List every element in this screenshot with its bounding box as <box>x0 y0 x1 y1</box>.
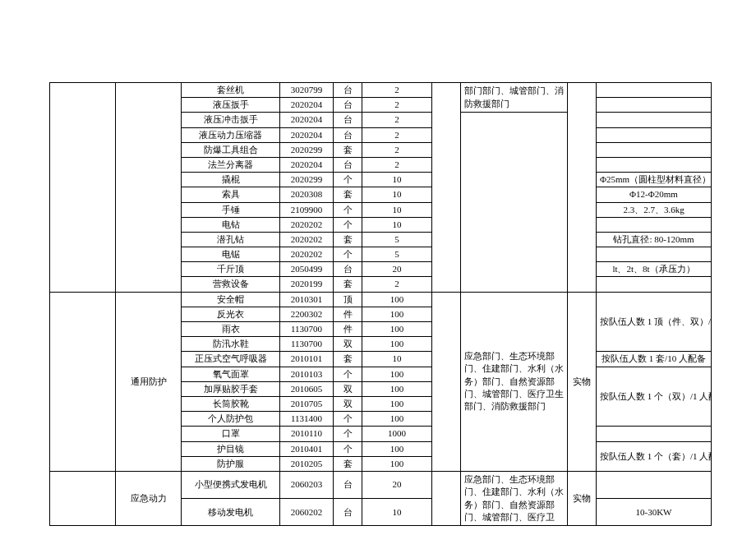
item-remark: 2.3、2.7、3.6kg <box>597 202 712 217</box>
item-name: 套丝机 <box>182 83 280 98</box>
item-unit: 套 <box>334 456 362 471</box>
item-code: 2200302 <box>280 307 334 321</box>
item-code: 2010205 <box>280 456 334 471</box>
item-name: 反光衣 <box>182 307 280 321</box>
item-code: 2020202 <box>280 247 334 262</box>
item-code: 2020299 <box>280 142 334 157</box>
item-name: 小型便携式发电机 <box>182 471 280 498</box>
item-code: 2020308 <box>280 187 334 202</box>
item-qty: 100 <box>362 396 432 411</box>
form-cell: 实物 <box>568 292 597 471</box>
item-unit: 个 <box>334 247 362 262</box>
item-code: 2060202 <box>280 499 334 526</box>
item-code: 2010401 <box>280 441 334 456</box>
dept-cell: 部门部门、城管部门、消防救援部门 <box>461 83 568 113</box>
item-name: 液压动力压缩器 <box>182 127 280 142</box>
item-remark: 按队伍人数 1 个（套）/1 人配备 <box>597 441 712 471</box>
item-unit: 台 <box>334 471 362 498</box>
item-remark: Φ12-Φ20mm <box>597 187 712 202</box>
item-remark: 按队伍人数 1 套/10 人配备 <box>597 352 712 367</box>
item-name: 防护服 <box>182 456 280 471</box>
item-remark <box>597 217 712 232</box>
item-code: 2020202 <box>280 232 334 247</box>
dept-cell: 应急部门、生态环境部门、住建部门、水利（水务）部门、自然资源部门、城管部门、医疗… <box>461 292 568 471</box>
item-unit: 个 <box>334 202 362 217</box>
item-qty: 10 <box>362 217 432 232</box>
item-unit: 台 <box>334 262 362 277</box>
item-qty: 5 <box>362 247 432 262</box>
item-name: 长筒胶靴 <box>182 396 280 411</box>
item-remark <box>597 113 712 127</box>
item-name: 防爆工具组合 <box>182 142 280 157</box>
item-name: 氧气面罩 <box>182 367 280 381</box>
dept-cont <box>461 113 568 292</box>
item-unit: 套 <box>334 187 362 202</box>
item-name: 雨衣 <box>182 322 280 337</box>
item-unit: 个 <box>334 427 362 441</box>
item-unit: 台 <box>334 113 362 127</box>
item-unit: 个 <box>334 412 362 427</box>
item-name: 索具 <box>182 187 280 202</box>
item-unit: 台 <box>334 83 362 98</box>
item-code: 2020199 <box>280 277 334 292</box>
item-name: 液压冲击扳手 <box>182 113 280 127</box>
item-code: 2010605 <box>280 381 334 396</box>
item-unit: 顶 <box>334 292 362 307</box>
item-unit: 台 <box>334 127 362 142</box>
item-remark <box>597 247 712 262</box>
item-code: 2010101 <box>280 352 334 367</box>
table-row: 通用防护安全帽2010301顶100应急部门、生态环境部门、住建部门、水利（水务… <box>50 292 712 307</box>
item-name: 移动发电机 <box>182 499 280 526</box>
item-qty: 10 <box>362 202 432 217</box>
dept-cell: 应急部门、生态环境部门、住建部门、水利（水务）部门、自然资源部门、城管部门、医疗… <box>461 471 568 526</box>
item-qty: 100 <box>362 456 432 471</box>
blank-col <box>568 83 597 293</box>
item-name: 正压式空气呼吸器 <box>182 352 280 367</box>
cat-col-a <box>50 83 116 293</box>
cat-col-b <box>116 83 182 293</box>
item-unit: 双 <box>334 381 362 396</box>
item-remark <box>597 83 712 98</box>
item-code: 2020204 <box>280 157 334 172</box>
item-remark: 10-30KW <box>597 499 712 526</box>
item-name: 电锯 <box>182 247 280 262</box>
item-qty: 10 <box>362 499 432 526</box>
item-qty: 10 <box>362 173 432 187</box>
item-unit: 个 <box>334 173 362 187</box>
item-name: 防汛水鞋 <box>182 337 280 352</box>
cat-col-a <box>50 471 116 526</box>
item-qty: 100 <box>362 322 432 337</box>
item-remark: 按队伍人数 1 个（双）/1 人配备 <box>597 367 712 427</box>
item-qty: 2 <box>362 98 432 113</box>
item-unit: 个 <box>334 441 362 456</box>
item-name: 法兰分离器 <box>182 157 280 172</box>
item-code: 3020799 <box>280 83 334 98</box>
item-unit: 套 <box>334 232 362 247</box>
cat-col-a <box>50 292 116 471</box>
item-code: 2010110 <box>280 427 334 441</box>
item-code: 1130700 <box>280 337 334 352</box>
item-unit: 套 <box>334 277 362 292</box>
item-remark <box>597 98 712 113</box>
item-qty: 1000 <box>362 427 432 441</box>
item-unit: 台 <box>334 499 362 526</box>
item-qty: 2 <box>362 142 432 157</box>
item-code: 2050499 <box>280 262 334 277</box>
item-qty: 2 <box>362 277 432 292</box>
item-qty: 100 <box>362 337 432 352</box>
item-name: 潜孔钻 <box>182 232 280 247</box>
blank-col <box>432 83 461 293</box>
item-qty: 100 <box>362 381 432 396</box>
item-code: 2020204 <box>280 113 334 127</box>
item-qty: 100 <box>362 292 432 307</box>
item-remark: Φ25mm（圆柱型材料直径） <box>597 173 712 187</box>
item-qty: 100 <box>362 367 432 381</box>
item-code: 2010301 <box>280 292 334 307</box>
item-qty: 2 <box>362 113 432 127</box>
item-code: 2020202 <box>280 217 334 232</box>
item-remark <box>597 142 712 157</box>
item-remark <box>597 471 712 498</box>
item-name: 安全帽 <box>182 292 280 307</box>
item-remark <box>597 277 712 292</box>
item-qty: 20 <box>362 471 432 498</box>
